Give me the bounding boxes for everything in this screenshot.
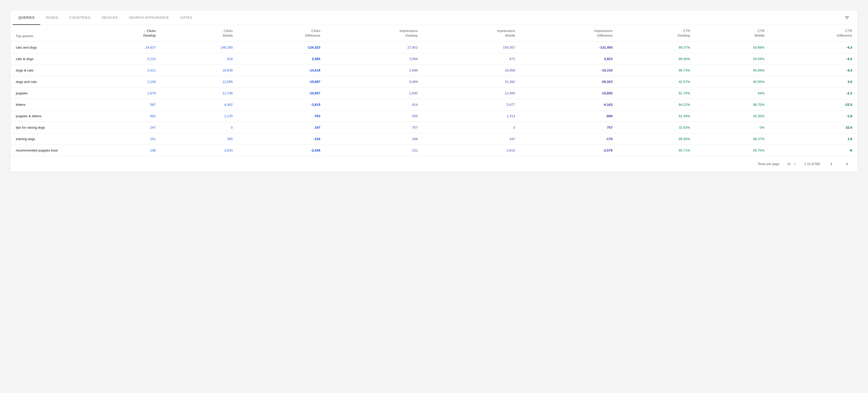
rows-per-page-select[interactable]: 10	[787, 162, 797, 166]
col-top-queries[interactable]: Top queries	[11, 25, 83, 42]
col-ctr-desktop[interactable]: CTRDesktop	[618, 25, 695, 42]
col-clicks-mobile[interactable]: ClicksMobile	[161, 25, 238, 42]
cell-clicks_desktop: 587	[83, 99, 161, 110]
table-row[interactable]: dogs and cats2,15812,855-10,6975,06931,3…	[11, 76, 857, 88]
cell-impr_mobile: 1,313	[423, 110, 520, 122]
cell-impr_desktop: 757	[326, 122, 423, 133]
cell-ctr_diff: 1.6	[770, 76, 857, 88]
cell-clicks_diff: -763	[238, 110, 326, 122]
cell-ctr_mobile: 93.70%	[695, 145, 770, 156]
col-impr-desktop[interactable]: ImpressionsDesktop	[326, 25, 423, 42]
cell-ctr_desktop: 85.71%	[618, 145, 695, 156]
cell-ctr_mobile: 93.30%	[695, 110, 770, 122]
table-row[interactable]: cats & dogs3,2136282,5853,5946712,92389.…	[11, 53, 857, 65]
cell-clicks_diff: 247	[238, 122, 326, 133]
cell-query: training dogs	[11, 133, 83, 145]
col-clicks-desktop[interactable]: ↓Clicks Desktop	[83, 25, 161, 42]
cell-clicks_mobile: 149,260	[161, 42, 238, 53]
cell-ctr_mobile: 86.70%	[695, 99, 770, 110]
performance-table-card: QUERIESPAGESCOUNTRIESDEVICESSEARCH APPEA…	[10, 10, 858, 172]
tab-dates[interactable]: DATES	[175, 11, 198, 25]
cell-clicks_diff: -10,057	[238, 88, 326, 99]
table-scroll[interactable]: Top queries ↓Clicks Desktop ClicksMobile…	[11, 25, 857, 156]
sort-desc-icon: ↓	[144, 29, 145, 33]
cell-impr_mobile: 2,810	[423, 145, 520, 156]
table-footer: Rows per page: 10 1-10 of 568	[11, 156, 857, 172]
cell-clicks_desktop: 1,679	[83, 88, 161, 99]
cell-query: puppies & kittens	[11, 110, 83, 122]
cell-clicks_desktop: 2,158	[83, 76, 161, 88]
cell-ctr_desktop: 91.75%	[618, 88, 695, 99]
cell-ctr_desktop: 32.63%	[618, 122, 695, 133]
cell-ctr_desktop: 42.57%	[618, 76, 695, 88]
cell-ctr_diff: -4.3	[770, 65, 857, 76]
cell-clicks_desktop: 247	[83, 122, 161, 133]
cell-clicks_desktop: 241	[83, 133, 161, 145]
cell-clicks_desktop: 3,213	[83, 53, 161, 65]
cell-clicks_mobile: 1,225	[161, 110, 238, 122]
cell-clicks_mobile: 0	[161, 122, 238, 133]
table-row[interactable]: tips for raising dogs2470247757075732.63…	[11, 122, 857, 133]
table-row[interactable]: puppies & kittens4621,225-7635051,313-80…	[11, 110, 857, 122]
cell-impr_diff: -15,310	[521, 65, 618, 76]
cell-query: cats & dogs	[11, 53, 83, 65]
rows-per-page-label: Rows per page:	[758, 162, 780, 166]
cell-ctr_diff: -22.5	[770, 99, 857, 110]
table-row[interactable]: training dogs241395-154268447-17989.93%8…	[11, 133, 857, 145]
cell-impr_mobile: 159,357	[423, 42, 520, 53]
table-row[interactable]: cats and dogs24,937149,260-124,32327,902…	[11, 42, 857, 53]
cell-impr_mobile: 5,077	[423, 99, 520, 110]
cell-ctr_mobile: 0%	[695, 122, 770, 133]
cell-clicks_desktop: 198	[83, 145, 161, 156]
col-impr-diff[interactable]: ImpressionsDifference	[521, 25, 618, 42]
cell-ctr_mobile: 88.37%	[695, 133, 770, 145]
next-page-button[interactable]	[843, 160, 851, 168]
col-ctr-diff[interactable]: CTRDifference	[770, 25, 857, 42]
cell-query: recommended puppies food	[11, 145, 83, 156]
header-row: Top queries ↓Clicks Desktop ClicksMobile…	[11, 25, 857, 42]
col-clicks-diff[interactable]: ClicksDifference	[238, 25, 326, 42]
cell-ctr_desktop: 89.73%	[618, 65, 695, 76]
cell-impr_diff: -10,655	[521, 88, 618, 99]
cell-clicks_desktop: 462	[83, 110, 161, 122]
cell-clicks_desktop: 24,937	[83, 42, 161, 53]
tab-search-appearance[interactable]: SEARCH APPEARANCE	[123, 11, 175, 25]
cell-impr_diff: -131,455	[521, 42, 618, 53]
queries-table: Top queries ↓Clicks Desktop ClicksMobile…	[11, 25, 857, 156]
cell-impr_diff: -808	[521, 110, 618, 122]
tab-countries[interactable]: COUNTRIES	[64, 11, 96, 25]
table-row[interactable]: puppies1,67911,736-10,0571,83012,485-10,…	[11, 88, 857, 99]
tab-queries[interactable]: QUERIES	[13, 11, 40, 25]
cell-impr_mobile: 0	[423, 122, 520, 133]
rows-per-page-value: 10	[787, 162, 790, 166]
cell-clicks_diff: -14,518	[238, 65, 326, 76]
col-impr-mobile[interactable]: ImpressionsMobile	[423, 25, 520, 42]
cell-impr_desktop: 5,069	[326, 76, 423, 88]
prev-page-button[interactable]	[827, 160, 836, 168]
cell-impr_desktop: 27,902	[326, 42, 423, 53]
cell-impr_diff: 2,923	[521, 53, 618, 65]
filter-button[interactable]	[842, 12, 852, 23]
cell-impr_diff: -179	[521, 133, 618, 145]
cell-impr_desktop: 914	[326, 99, 423, 110]
table-row[interactable]: dogs & cats2,42116,939-14,5182,69818,008…	[11, 65, 857, 76]
cell-query: kittens	[11, 99, 83, 110]
tab-pages[interactable]: PAGES	[40, 11, 64, 25]
cell-query: tips for raising dogs	[11, 122, 83, 133]
cell-ctr_desktop: 89.37%	[618, 42, 695, 53]
cell-impr_mobile: 447	[423, 133, 520, 145]
cell-ctr_desktop: 89.40%	[618, 53, 695, 65]
table-row[interactable]: recommended puppies food1982,633-2,43523…	[11, 145, 857, 156]
table-row[interactable]: kittens5874,402-3,8159145,077-4,16364.22…	[11, 99, 857, 110]
cell-impr_diff: -2,579	[521, 145, 618, 156]
cell-ctr_desktop: 64.22%	[618, 99, 695, 110]
filter-icon	[844, 15, 849, 20]
cell-ctr_mobile: 40.95%	[695, 76, 770, 88]
pagination-range: 1-10 of 568	[804, 162, 820, 166]
tab-devices[interactable]: DEVICES	[96, 11, 123, 25]
cell-ctr_mobile: 94%	[695, 88, 770, 99]
cell-ctr_mobile: 93.59%	[695, 53, 770, 65]
cell-ctr_diff: -4.3	[770, 42, 857, 53]
cell-clicks_diff: 2,585	[238, 53, 326, 65]
col-ctr-mobile[interactable]: CTRMobile	[695, 25, 770, 42]
